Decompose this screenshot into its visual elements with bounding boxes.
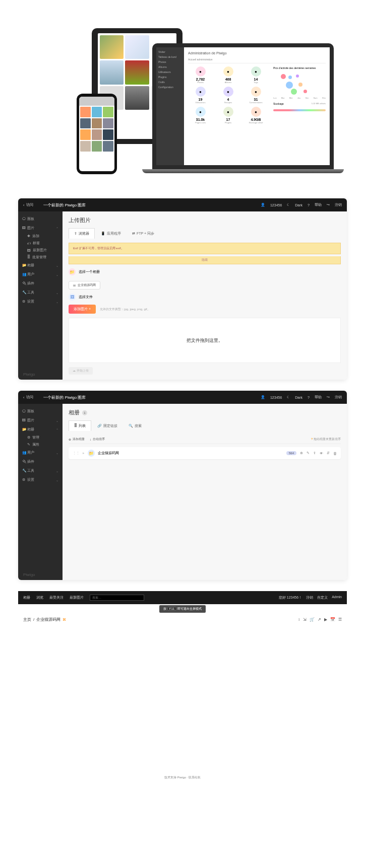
sidebar-sub-add[interactable]: ✚添加 bbox=[18, 233, 63, 240]
nav-albums[interactable]: 相册 bbox=[23, 595, 30, 600]
frontend-panel: 相册 浏览 最受关注 最新图片 您好 123456！ 注销 自定义 Admin … bbox=[18, 591, 347, 783]
album-row[interactable]: ⋮⋮ ▸ 📁 企业猫源码网 564 ⊕ ✎ ⇪ 👁 ⇵ 🗑 bbox=[69, 447, 341, 459]
caret-icon[interactable]: ▸ bbox=[83, 451, 85, 455]
tab-browser[interactable]: ⇧浏览器 bbox=[69, 228, 95, 239]
logout-link[interactable]: 注销 bbox=[306, 595, 313, 600]
sidebar-sub-latest[interactable]: 🖼最新图片 bbox=[18, 247, 63, 254]
sidebar-sub-tags[interactable]: 🏷标签 bbox=[18, 240, 63, 247]
user-link[interactable]: 123456 bbox=[270, 203, 282, 207]
cloud-icon: ☁ bbox=[73, 369, 76, 372]
theme-link[interactable]: Dark bbox=[295, 396, 302, 399]
plus-icon: ⊕ bbox=[69, 438, 71, 441]
hero-devices: VisiterTableau de bord PhotosAlbums Util… bbox=[0, 0, 365, 187]
albums-panel: ‹ 访问 一个崭新的 Piwigo 图库 👤123456 ☾Dark ?帮助 ↪… bbox=[18, 391, 347, 580]
sidebar-item-photos[interactable]: 🖼图片⌃ bbox=[18, 224, 63, 233]
theme-link[interactable]: Dark bbox=[295, 203, 302, 207]
logout-link[interactable]: 注销 bbox=[335, 395, 342, 400]
user-link[interactable]: 123456 bbox=[270, 396, 282, 399]
moon-icon: ☾ bbox=[287, 395, 290, 399]
tab-ftp[interactable]: ⇄FTP + 同步 bbox=[127, 228, 159, 239]
edit-icon[interactable]: ✎ bbox=[307, 451, 310, 455]
chevron-down-icon: ⌄ bbox=[56, 451, 58, 455]
delete-icon[interactable]: 🗑 bbox=[333, 452, 337, 455]
nav-popular[interactable]: 最受关注 bbox=[49, 595, 64, 600]
upload-icon[interactable]: ⇪ bbox=[313, 451, 316, 455]
auto-sort-button[interactable]: ↕自动排序 bbox=[90, 437, 105, 442]
crumb-album[interactable]: 企业猫源码网 bbox=[36, 617, 60, 622]
tag-icon: 🏷 bbox=[27, 242, 31, 245]
browse-button[interactable]: 添加图片 + bbox=[69, 305, 96, 314]
sidebar-item-users[interactable]: 👥用户⌄ bbox=[18, 270, 63, 279]
sidebar-item-config[interactable]: ⚙设置⌄ bbox=[18, 297, 63, 306]
footer-text: 技术支持 Piwigo · 联系站长 bbox=[18, 772, 347, 783]
tab-search[interactable]: 🔍搜索 bbox=[124, 420, 147, 431]
chevron-down-icon: ⌄ bbox=[56, 273, 58, 276]
custom-link[interactable]: 自定义 bbox=[317, 595, 328, 600]
tab-permalinks[interactable]: 🔗固定链接 bbox=[92, 420, 123, 431]
sidebar-item-tools[interactable]: 🔧工具⌄ bbox=[18, 466, 63, 475]
sidebar-item-photos[interactable]: 🖼图片⌄ bbox=[18, 416, 63, 425]
cart-icon[interactable]: 🛒 bbox=[310, 617, 315, 622]
visibility-icon[interactable]: 👁 bbox=[320, 452, 323, 455]
chevron-left-icon: ‹ bbox=[23, 396, 24, 399]
sidebar-sub-manage[interactable]: ⚙管理 bbox=[18, 434, 63, 441]
album-name: 企业猫源码网 bbox=[98, 451, 119, 456]
user-icon: 👤 bbox=[261, 395, 265, 399]
sidebar-item-plugins[interactable]: 🔌插件 bbox=[18, 457, 63, 466]
nav-latest[interactable]: 最新图片 bbox=[70, 595, 84, 600]
sidebar-item-albums[interactable]: 📂相册⌃ bbox=[18, 425, 63, 434]
visit-link[interactable]: 访问 bbox=[26, 202, 33, 207]
logout-link[interactable]: 注销 bbox=[335, 202, 342, 207]
drag-handle-icon[interactable]: ⋮⋮ bbox=[73, 451, 80, 455]
help-link[interactable]: 帮助 bbox=[315, 202, 322, 207]
sidebar-sub-batch[interactable]: ≣批量管理 bbox=[18, 254, 63, 261]
tab-list[interactable]: ≣列表 bbox=[69, 420, 91, 431]
sidebar-item-plugins[interactable]: 🔌插件 bbox=[18, 279, 63, 288]
rss-icon[interactable]: ⌘ bbox=[63, 618, 66, 622]
desktop-icon: 🖵 bbox=[22, 217, 27, 221]
chevron-left-icon: ‹ bbox=[23, 203, 24, 207]
sidebar-item-dashboard[interactable]: 🖵面板 bbox=[18, 407, 63, 416]
calendar-icon[interactable]: 📅 bbox=[330, 617, 335, 622]
chevron-down-icon: ⌄ bbox=[56, 419, 58, 422]
folder-icon: 📁 bbox=[69, 268, 76, 275]
nav-browse[interactable]: 浏览 bbox=[36, 595, 43, 600]
search-input[interactable] bbox=[90, 595, 144, 601]
warning-hide-button[interactable]: 隐藏 bbox=[69, 256, 341, 264]
image-icon: 🖼 bbox=[22, 226, 27, 230]
images-icon: 🖼 bbox=[27, 249, 31, 252]
sidebar-item-tools[interactable]: 🔧工具⌄ bbox=[18, 288, 63, 297]
visit-link[interactable]: 访问 bbox=[26, 395, 33, 400]
play-icon[interactable]: ▶ bbox=[324, 617, 327, 622]
flat-icon[interactable]: ☰ bbox=[338, 617, 342, 622]
chevron-up-icon: ⌃ bbox=[56, 428, 58, 431]
drop-zone[interactable]: 把文件拖到这里。 bbox=[69, 318, 341, 363]
size-icon[interactable]: ⇲ bbox=[303, 617, 307, 622]
sort-icon[interactable]: ↕ bbox=[298, 617, 300, 622]
help-icon: ? bbox=[308, 203, 310, 207]
sidebar-item-albums[interactable]: 📂相册⌄ bbox=[18, 261, 63, 270]
logout-icon: ↪ bbox=[327, 395, 330, 399]
desktop-icon: 🖵 bbox=[22, 409, 27, 413]
image-icon: 🖼 bbox=[69, 294, 76, 301]
sort-icon[interactable]: ⇵ bbox=[327, 451, 330, 455]
sidebar-item-dashboard[interactable]: 🖵面板 bbox=[18, 214, 63, 224]
crumb-home[interactable]: 主页 bbox=[23, 617, 31, 622]
phone-icon: 📱 bbox=[101, 232, 105, 236]
tab-app[interactable]: 📱应用程序 bbox=[96, 228, 126, 239]
moon-icon: ☾ bbox=[287, 203, 290, 207]
admin-link[interactable]: Admin bbox=[332, 595, 342, 600]
help-link[interactable]: 帮助 bbox=[315, 395, 322, 400]
admin-title: Administration de Piwigo bbox=[188, 51, 326, 55]
album-selector[interactable]: ⊞ 企业猫源码网 bbox=[69, 281, 100, 290]
slideshow-icon[interactable]: ↗ bbox=[318, 617, 321, 622]
add-album-button[interactable]: ⊕添加相册 bbox=[69, 437, 85, 442]
start-upload-button[interactable]: ☁ 开始上传 bbox=[69, 367, 93, 375]
album-count-badge: 1 bbox=[82, 410, 87, 415]
settings-icon[interactable]: ⊕ bbox=[300, 451, 303, 455]
sidebar-item-users[interactable]: 👥用户⌄ bbox=[18, 448, 63, 457]
page-title: 上传图片 bbox=[69, 216, 341, 224]
sidebar-sub-props[interactable]: ✎属性 bbox=[18, 441, 63, 448]
sidebar-item-config[interactable]: ⚙设置⌄ bbox=[18, 475, 63, 484]
upload-icon: ⇧ bbox=[74, 232, 77, 236]
